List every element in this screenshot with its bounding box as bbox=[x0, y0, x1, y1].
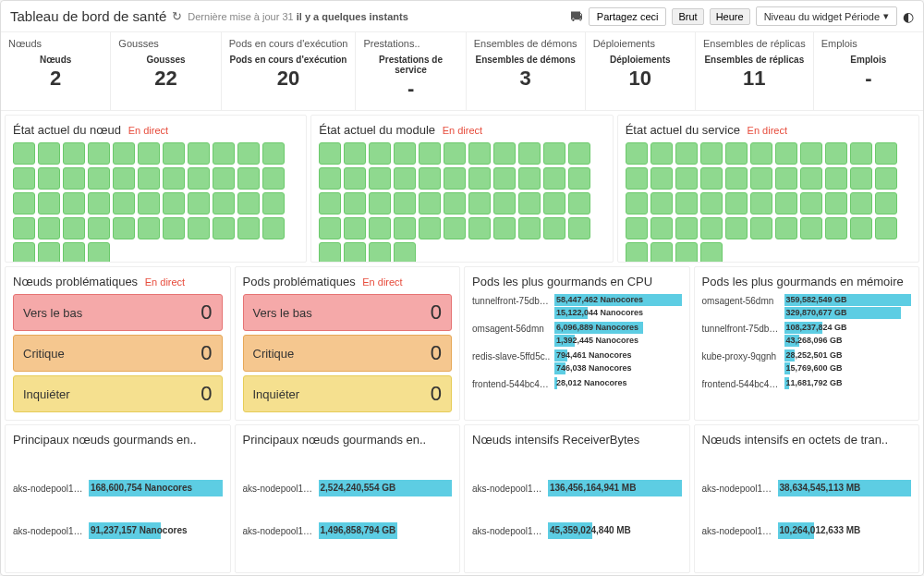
status-tile[interactable] bbox=[468, 217, 491, 239]
status-tile[interactable] bbox=[63, 242, 85, 263]
status-tile[interactable] bbox=[88, 142, 110, 165]
status-tile[interactable] bbox=[518, 142, 541, 165]
status-tile[interactable] bbox=[800, 192, 822, 214]
status-bar-down[interactable]: Vers le bas0 bbox=[243, 294, 453, 331]
status-tile[interactable] bbox=[113, 167, 135, 190]
status-tile[interactable] bbox=[875, 142, 897, 165]
status-tile[interactable] bbox=[650, 242, 673, 263]
status-tile[interactable] bbox=[725, 142, 748, 165]
status-tile[interactable] bbox=[468, 167, 491, 190]
status-tile[interactable] bbox=[213, 167, 235, 190]
status-tile[interactable] bbox=[850, 167, 872, 190]
status-tile[interactable] bbox=[444, 192, 466, 214]
status-tile[interactable] bbox=[493, 217, 516, 239]
status-tile[interactable] bbox=[518, 192, 541, 214]
status-tile[interactable] bbox=[493, 167, 516, 190]
status-tile[interactable] bbox=[188, 167, 210, 190]
status-tile[interactable] bbox=[875, 192, 897, 214]
status-tile[interactable] bbox=[543, 217, 565, 239]
stat-card[interactable]: Pods en cours d'exécutionPods en cours d… bbox=[222, 32, 357, 110]
status-tile[interactable] bbox=[394, 142, 416, 165]
status-tile[interactable] bbox=[419, 167, 441, 190]
status-tile[interactable] bbox=[700, 192, 723, 214]
status-tile[interactable] bbox=[262, 142, 285, 165]
stat-card[interactable]: Ensembles de réplicasEnsembles de réplic… bbox=[696, 32, 814, 110]
status-tile[interactable] bbox=[700, 167, 723, 190]
stat-card[interactable]: GoussesGousses22 bbox=[111, 32, 221, 110]
status-tile[interactable] bbox=[850, 192, 872, 214]
status-tile[interactable] bbox=[394, 242, 416, 263]
status-tile[interactable] bbox=[38, 142, 60, 165]
status-tile[interactable] bbox=[725, 192, 748, 214]
status-tile[interactable] bbox=[188, 142, 210, 165]
status-tile[interactable] bbox=[237, 167, 260, 190]
status-tile[interactable] bbox=[138, 217, 160, 239]
status-tile[interactable] bbox=[63, 192, 85, 214]
status-tile[interactable] bbox=[650, 142, 673, 165]
status-tile[interactable] bbox=[213, 192, 235, 214]
status-tile[interactable] bbox=[419, 142, 441, 165]
status-tile[interactable] bbox=[188, 192, 210, 214]
status-tile[interactable] bbox=[700, 242, 723, 263]
status-tile[interactable] bbox=[138, 167, 160, 190]
status-bar-worry[interactable]: Inquiéter0 bbox=[13, 375, 223, 412]
status-tile[interactable] bbox=[113, 192, 135, 214]
status-tile[interactable] bbox=[850, 217, 872, 239]
status-tile[interactable] bbox=[626, 192, 648, 214]
status-bar-down[interactable]: Vers le bas0 bbox=[13, 294, 223, 331]
status-tile[interactable] bbox=[750, 192, 772, 214]
status-tile[interactable] bbox=[568, 142, 590, 165]
stat-card[interactable]: EmploisEmplois- bbox=[814, 32, 923, 110]
status-tile[interactable] bbox=[163, 167, 185, 190]
status-tile[interactable] bbox=[369, 217, 391, 239]
status-tile[interactable] bbox=[626, 242, 648, 263]
status-tile[interactable] bbox=[13, 167, 35, 190]
status-tile[interactable] bbox=[319, 142, 341, 165]
status-tile[interactable] bbox=[568, 217, 590, 239]
status-tile[interactable] bbox=[38, 242, 60, 263]
status-tile[interactable] bbox=[319, 217, 341, 239]
status-tile[interactable] bbox=[750, 167, 772, 190]
status-tile[interactable] bbox=[38, 217, 60, 239]
status-tile[interactable] bbox=[468, 142, 491, 165]
status-tile[interactable] bbox=[188, 217, 210, 239]
status-tile[interactable] bbox=[518, 217, 541, 239]
status-tile[interactable] bbox=[568, 167, 590, 190]
status-tile[interactable] bbox=[800, 217, 822, 239]
status-tile[interactable] bbox=[650, 192, 673, 214]
status-tile[interactable] bbox=[700, 217, 723, 239]
status-tile[interactable] bbox=[825, 192, 847, 214]
stat-card[interactable]: DéploiementsDéploiements10 bbox=[586, 32, 696, 110]
status-tile[interactable] bbox=[369, 242, 391, 263]
status-tile[interactable] bbox=[875, 167, 897, 190]
status-tile[interactable] bbox=[138, 192, 160, 214]
status-tile[interactable] bbox=[262, 167, 285, 190]
status-tile[interactable] bbox=[163, 142, 185, 165]
status-tile[interactable] bbox=[369, 142, 391, 165]
status-tile[interactable] bbox=[138, 142, 160, 165]
status-tile[interactable] bbox=[319, 242, 341, 263]
status-tile[interactable] bbox=[344, 167, 366, 190]
hour-button[interactable]: Heure bbox=[710, 8, 750, 25]
status-tile[interactable] bbox=[88, 167, 110, 190]
status-tile[interactable] bbox=[750, 217, 772, 239]
status-tile[interactable] bbox=[369, 192, 391, 214]
status-bar-worry[interactable]: Inquiéter0 bbox=[243, 375, 453, 412]
status-tile[interactable] bbox=[493, 192, 516, 214]
status-tile[interactable] bbox=[113, 142, 135, 165]
status-bar-crit[interactable]: Critique0 bbox=[13, 335, 223, 372]
status-tile[interactable] bbox=[419, 192, 441, 214]
status-tile[interactable] bbox=[800, 167, 822, 190]
refresh-icon[interactable]: ↻ bbox=[172, 9, 182, 23]
status-tile[interactable] bbox=[775, 192, 797, 214]
status-tile[interactable] bbox=[88, 217, 110, 239]
status-tile[interactable] bbox=[63, 217, 85, 239]
status-tile[interactable] bbox=[750, 142, 772, 165]
status-tile[interactable] bbox=[775, 217, 797, 239]
status-tile[interactable] bbox=[237, 142, 260, 165]
status-tile[interactable] bbox=[237, 217, 260, 239]
status-tile[interactable] bbox=[63, 142, 85, 165]
status-tile[interactable] bbox=[825, 217, 847, 239]
status-tile[interactable] bbox=[63, 167, 85, 190]
status-tile[interactable] bbox=[825, 167, 847, 190]
